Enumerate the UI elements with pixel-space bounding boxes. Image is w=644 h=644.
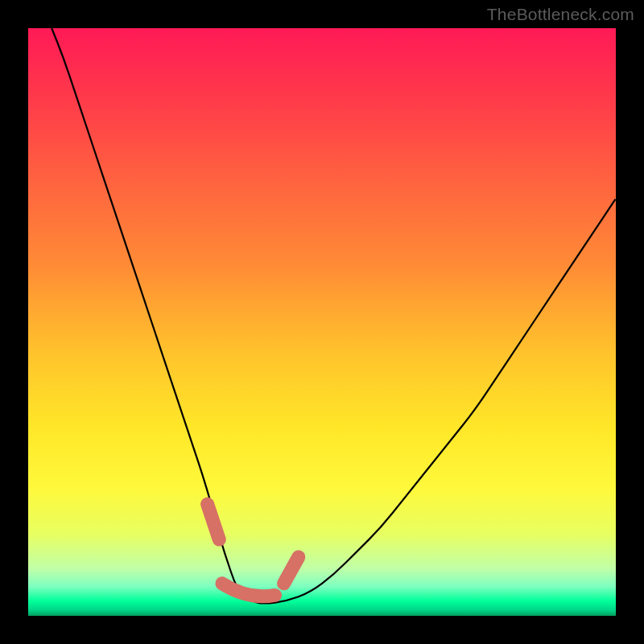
left-segment [208,504,220,539]
bottom-segment [222,584,275,597]
bottleneck-curve [52,28,616,603]
chart-svg [28,28,616,616]
plot-area [28,28,616,616]
chart-frame: TheBottleneck.com [0,0,644,644]
watermark-text: TheBottleneck.com [487,5,634,24]
highlight-segments [208,504,299,597]
right-segment [284,557,299,584]
